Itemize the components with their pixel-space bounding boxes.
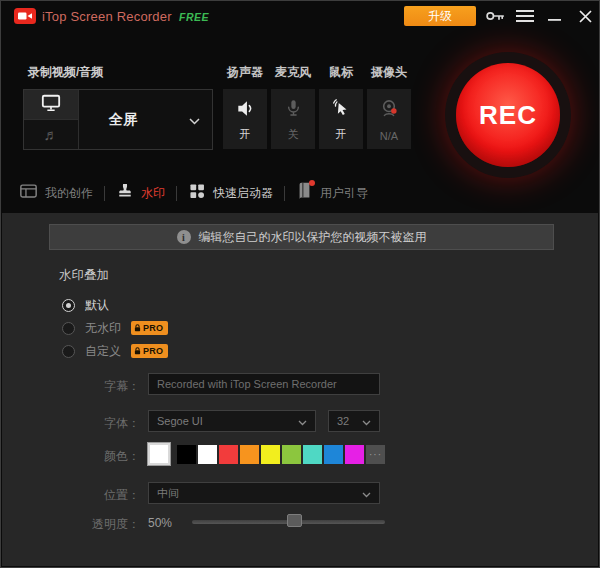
guide-book-icon — [296, 182, 313, 204]
creations-icon — [19, 183, 38, 204]
tab-user-guide[interactable]: 用户引导 — [296, 182, 368, 204]
info-icon: i — [177, 230, 191, 244]
minimize-button[interactable] — [545, 8, 565, 24]
banner-text: 编辑您自己的水印以保护您的视频不被盗用 — [199, 229, 427, 246]
font-family-select[interactable]: Segoe UI — [148, 410, 316, 432]
menu-icon[interactable] — [515, 8, 535, 24]
music-note-icon: ♬ — [44, 126, 59, 143]
rec-label: REC — [479, 100, 537, 131]
app-window: iTop Screen Recorder FREE 升级 录制视频/音频 ♬ — [0, 0, 600, 568]
mouse-state: 开 — [336, 127, 347, 142]
radio-icon — [62, 322, 75, 335]
color-swatch[interactable] — [240, 445, 259, 464]
mouse-cursor-icon — [330, 97, 352, 123]
position-label: 位置： — [60, 487, 140, 504]
toolbar-divider — [176, 186, 177, 201]
speaker-state: 开 — [240, 127, 251, 142]
lock-icon — [134, 324, 141, 332]
pro-badge: PRO — [131, 344, 168, 358]
chevron-down-icon — [362, 412, 371, 430]
chevron-down-icon — [298, 412, 307, 430]
radio-selected-icon — [62, 299, 75, 312]
color-swatch[interactable] — [345, 445, 364, 464]
record-section-label: 录制视频/音频 — [28, 64, 103, 81]
selected-color-swatch[interactable] — [147, 442, 171, 466]
camera-toggle[interactable]: N/A — [367, 89, 411, 149]
color-swatch[interactable] — [177, 445, 196, 464]
speaker-toggle[interactable]: 开 — [223, 89, 267, 149]
webcam-icon — [378, 97, 400, 124]
grid-icon — [188, 182, 206, 204]
color-swatch[interactable] — [324, 445, 343, 464]
toolbar-divider — [104, 186, 105, 201]
tab-watermark[interactable]: 水印 — [116, 182, 165, 204]
watermark-section-title: 水印叠加 — [59, 267, 109, 284]
tab-quick-launcher[interactable]: 快速启动器 — [188, 182, 273, 204]
opacity-label: 透明度： — [60, 516, 140, 533]
speaker-header: 扬声器 — [220, 64, 270, 81]
opacity-slider-handle[interactable] — [287, 514, 302, 527]
font-label: 字体： — [60, 415, 140, 432]
titlebar: iTop Screen Recorder FREE 升级 — [1, 1, 599, 31]
app-title: iTop Screen Recorder — [42, 9, 172, 24]
mouse-header: 鼠标 — [316, 64, 366, 81]
source-type-tabs: ♬ — [24, 90, 79, 149]
font-family-value: Segoe UI — [157, 415, 298, 427]
color-swatch[interactable] — [198, 445, 217, 464]
capture-source-box: ♬ 全屏 — [23, 89, 213, 150]
app-logo-icon — [14, 8, 36, 24]
color-swatch[interactable] — [219, 445, 238, 464]
notification-dot — [309, 180, 315, 186]
chevron-down-icon — [362, 484, 371, 502]
stamp-icon — [116, 182, 134, 204]
capture-area-dropdown[interactable]: 全屏 — [79, 90, 212, 149]
lock-icon — [134, 347, 141, 355]
edition-badge: FREE — [179, 11, 209, 23]
radio-icon — [62, 345, 75, 358]
more-colors-button[interactable]: ··· — [366, 445, 385, 464]
speaker-icon — [234, 97, 257, 124]
color-swatch[interactable] — [261, 445, 280, 464]
position-value: 中间 — [157, 486, 362, 501]
microphone-icon — [283, 97, 304, 124]
close-button[interactable] — [575, 8, 595, 24]
license-key-icon[interactable] — [485, 8, 505, 24]
watermark-option-none[interactable]: 无水印 PRO — [62, 320, 168, 336]
watermark-option-default[interactable]: 默认 — [62, 297, 109, 313]
info-banner: i 编辑您自己的水印以保护您的视频不被盗用 — [49, 224, 554, 250]
video-source-tab[interactable] — [24, 90, 78, 120]
caption-input[interactable] — [148, 373, 380, 395]
color-swatch[interactable] — [282, 445, 301, 464]
tab-my-creations[interactable]: 我的创作 — [19, 183, 93, 204]
camera-header: 摄像头 — [364, 64, 414, 81]
upgrade-button[interactable]: 升级 — [404, 6, 476, 26]
microphone-toggle[interactable]: 关 — [271, 89, 315, 149]
toolbar-divider — [284, 186, 285, 201]
mouse-toggle[interactable]: 开 — [319, 89, 363, 149]
audio-source-tab[interactable]: ♬ — [24, 120, 78, 149]
opacity-value: 50% — [148, 516, 172, 530]
color-swatch[interactable] — [303, 445, 322, 464]
font-size-value: 32 — [337, 415, 362, 427]
watermark-option-custom[interactable]: 自定义 PRO — [62, 343, 168, 359]
monitor-icon — [40, 93, 62, 117]
microphone-header: 麦克风 — [268, 64, 318, 81]
bottom-toolbar: 我的创作 水印 快速启动器 用户引导 — [19, 177, 368, 209]
font-size-select[interactable]: 32 — [328, 410, 380, 432]
watermark-panel: i 编辑您自己的水印以保护您的视频不被盗用 水印叠加 默认 无水印 PRO 自定… — [2, 213, 598, 566]
camera-state: N/A — [380, 130, 398, 142]
pro-badge: PRO — [131, 321, 168, 335]
microphone-state: 关 — [288, 127, 299, 142]
color-label: 颜色： — [60, 448, 140, 465]
rec-button[interactable]: REC — [456, 63, 560, 167]
position-select[interactable]: 中间 — [148, 482, 380, 504]
chevron-down-icon — [189, 111, 200, 129]
capture-area-value: 全屏 — [109, 111, 189, 129]
caption-label: 字幕： — [60, 378, 140, 395]
